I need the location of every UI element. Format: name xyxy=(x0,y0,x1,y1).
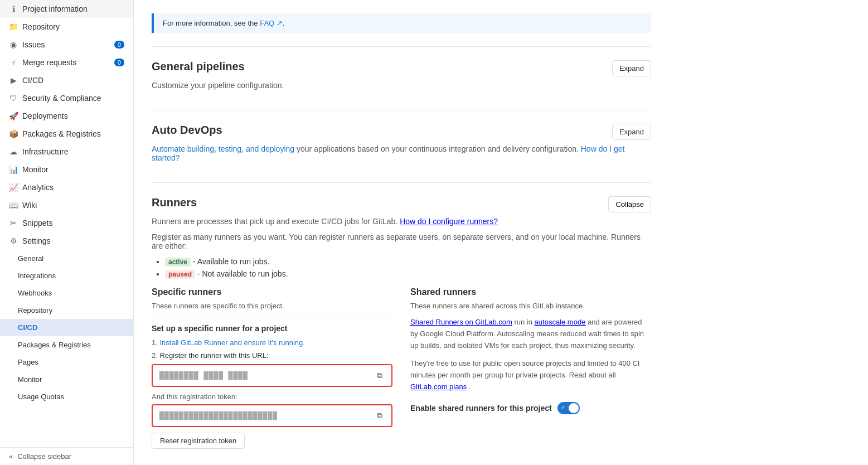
registration-token-value: ████████████████████████ xyxy=(159,411,278,420)
sidebar-item-packages[interactable]: 📦 Packages & Registries xyxy=(0,125,133,143)
sidebar-sub-general[interactable]: General xyxy=(0,250,133,267)
sidebar-sub-label: Webhooks xyxy=(18,289,52,297)
repository-icon: 📁 xyxy=(9,22,18,31)
snippets-icon: ✂ xyxy=(9,219,18,227)
banner-text: For more information, see the xyxy=(163,19,258,27)
settings-icon: ⚙ xyxy=(9,236,18,245)
faq-link[interactable]: FAQ ↗ xyxy=(260,19,283,27)
shared-runners-title: Shared runners xyxy=(410,287,651,297)
autoscale-mode-link[interactable]: autoscale mode xyxy=(535,318,586,326)
setup-step-2: 2. Register the runner with this URL: xyxy=(152,351,392,360)
sidebar-item-security[interactable]: 🛡 Security & Compliance xyxy=(0,89,133,107)
runners-collapse-button[interactable]: Collapse xyxy=(608,196,651,212)
main-content: For more information, see the FAQ ↗. Gen… xyxy=(134,0,868,465)
install-runner-link[interactable]: Install GitLab Runner and ensure it's ru… xyxy=(159,338,304,347)
sidebar-sub-label: Integrations xyxy=(18,272,56,280)
sidebar-item-label: Snippets xyxy=(22,219,52,227)
sidebar-item-label: Merge requests xyxy=(22,58,76,67)
sidebar-item-label: Infrastructure xyxy=(22,147,68,156)
analytics-icon: 📈 xyxy=(9,183,18,192)
sidebar-item-label: Project information xyxy=(22,4,88,13)
sidebar-sub-usage-quotas[interactable]: Usage Quotas xyxy=(0,388,133,405)
enable-shared-runners-toggle[interactable]: ✓ xyxy=(557,402,580,414)
sidebar-sub-label: Pages xyxy=(18,358,38,366)
specific-runners-col: Specific runners These runners are speci… xyxy=(152,287,392,449)
info-banner: For more information, see the FAQ ↗. xyxy=(152,13,651,33)
sidebar-sub-monitor[interactable]: Monitor xyxy=(0,371,133,388)
runners-title: Runners xyxy=(152,196,197,209)
sidebar-item-repository[interactable]: 📁 Repository xyxy=(0,18,133,36)
sidebar-item-label: Packages & Registries xyxy=(22,129,101,138)
sidebar-item-merge-requests[interactable]: ⑂ Merge requests 0 xyxy=(0,54,133,71)
sidebar-item-analytics[interactable]: 📈 Analytics xyxy=(0,178,133,196)
paused-badge: paused xyxy=(165,270,195,279)
sidebar-sub-repository[interactable]: Repository xyxy=(0,302,133,319)
copy-url-button[interactable]: ⧉ xyxy=(375,370,385,381)
runners-list-item-paused: paused - Not available to run jobs. xyxy=(165,269,651,278)
runner-url-value: ████████ ████ ████ xyxy=(159,371,248,380)
sidebar-sub-label: Usage Quotas xyxy=(18,393,64,401)
sidebar-item-wiki[interactable]: 📖 Wiki xyxy=(0,196,133,214)
enable-shared-runners-row: Enable shared runners for this project ✓ xyxy=(410,402,651,414)
registration-token-label: And this registration token: xyxy=(152,393,392,401)
sidebar-sub-label: Packages & Registries xyxy=(18,341,91,349)
sidebar-item-deployments[interactable]: 🚀 Deployments xyxy=(0,107,133,125)
copy-token-button[interactable]: ⧉ xyxy=(375,410,385,422)
auto-devops-title: Auto DevOps xyxy=(152,124,222,137)
packages-icon: 📦 xyxy=(9,129,18,138)
sidebar-item-label: Issues xyxy=(22,40,45,49)
enable-shared-runners-label: Enable shared runners for this project xyxy=(410,404,552,413)
sidebar-item-snippets[interactable]: ✂ Snippets xyxy=(0,214,133,232)
sidebar-item-label: Repository xyxy=(22,22,60,31)
sidebar-item-issues[interactable]: ◉ Issues 0 xyxy=(0,36,133,54)
sidebar-item-project-information[interactable]: ℹ Project information xyxy=(0,0,133,18)
sidebar-item-infrastructure[interactable]: ☁ Infrastructure xyxy=(0,143,133,161)
automate-link[interactable]: Automate building, testing, and deployin… xyxy=(152,144,294,153)
sidebar-sub-cicd[interactable]: CI/CD xyxy=(0,319,133,336)
sidebar-item-label: Analytics xyxy=(22,183,54,192)
deployments-icon: 🚀 xyxy=(9,112,18,120)
setup-step-1: 1. Install GitLab Runner and ensure it's… xyxy=(152,338,392,347)
runners-list-item-active: active - Available to run jobs. xyxy=(165,257,651,266)
merge-requests-icon: ⑂ xyxy=(9,58,18,67)
gitlab-plans-link[interactable]: GitLab.com plans xyxy=(410,382,467,391)
runners-body: Register as many runners as you want. Yo… xyxy=(152,232,651,250)
sidebar-sub-integrations[interactable]: Integrations xyxy=(0,267,133,284)
auto-devops-desc: Automate building, testing, and deployin… xyxy=(152,144,651,162)
sidebar-item-settings[interactable]: ⚙ Settings xyxy=(0,232,133,250)
issues-icon: ◉ xyxy=(9,40,18,49)
runners-list: active - Available to run jobs. paused -… xyxy=(152,257,651,278)
issues-badge: 0 xyxy=(114,41,124,49)
faq-link-text: FAQ xyxy=(260,19,274,27)
sidebar-sub-label: General xyxy=(18,254,43,263)
specific-runners-title: Specific runners xyxy=(152,287,392,297)
sidebar-item-monitor[interactable]: 📊 Monitor xyxy=(0,161,133,178)
sidebar-item-label: CI/CD xyxy=(22,76,43,85)
general-pipelines-expand-button[interactable]: Expand xyxy=(612,60,651,76)
merge-requests-badge: 0 xyxy=(114,59,124,66)
sidebar-item-cicd[interactable]: ▶ CI/CD xyxy=(0,71,133,89)
sidebar-sub-packages-registries[interactable]: Packages & Registries xyxy=(0,336,133,353)
active-desc: - Available to run jobs. xyxy=(193,257,270,266)
auto-devops-section: Auto DevOps Expand Automate building, te… xyxy=(152,110,651,182)
configure-runners-link[interactable]: How do I configure runners? xyxy=(400,217,498,226)
sidebar-item-label: Monitor xyxy=(22,165,49,174)
sidebar-sub-webhooks[interactable]: Webhooks xyxy=(0,284,133,302)
reset-registration-token-button[interactable]: Reset registration token xyxy=(152,433,245,449)
sidebar-sub-pages[interactable]: Pages xyxy=(0,353,133,371)
monitor-icon: 📊 xyxy=(9,165,18,174)
wiki-icon: 📖 xyxy=(9,201,18,210)
collapse-sidebar-button[interactable]: « Collapse sidebar xyxy=(0,447,133,465)
cicd-icon: ▶ xyxy=(9,76,18,85)
auto-devops-expand-button[interactable]: Expand xyxy=(612,124,651,140)
sidebar: ℹ Project information 📁 Repository ◉ Iss… xyxy=(0,0,134,465)
paused-desc: - Not available to run jobs. xyxy=(197,269,288,278)
registration-token-box: ████████████████████████ ⧉ xyxy=(152,404,392,427)
general-pipelines-title: General pipelines xyxy=(152,60,245,73)
shared-runners-col: Shared runners These runners are shared … xyxy=(410,287,651,449)
runners-section: Runners Collapse Runners are processes t… xyxy=(152,182,651,462)
collapse-sidebar-label: Collapse sidebar xyxy=(17,452,71,461)
shared-runners-link[interactable]: Shared Runners on GitLab.com xyxy=(410,318,512,326)
specific-runners-divider xyxy=(152,317,392,317)
sidebar-item-label: Settings xyxy=(22,236,51,245)
